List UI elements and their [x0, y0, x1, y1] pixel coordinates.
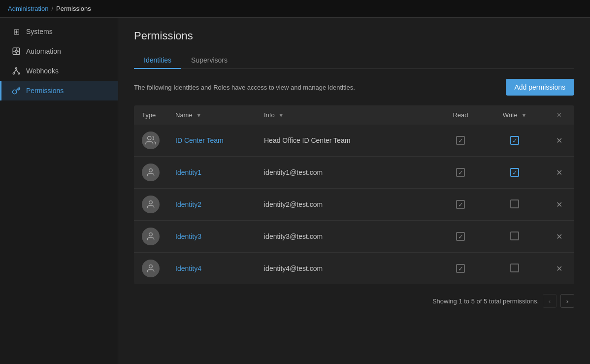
- cell-action: ✕: [544, 189, 574, 221]
- cell-info: Head Office ID Center Team: [256, 125, 436, 157]
- svg-point-10: [149, 169, 153, 172]
- sidebar-item-automation[interactable]: Automation: [0, 41, 118, 61]
- write-filter-icon[interactable]: ▼: [521, 112, 526, 118]
- cell-name: Identity4: [167, 253, 256, 285]
- sidebar-item-permissions[interactable]: Permissions: [0, 81, 118, 100]
- cell-type: [134, 189, 167, 221]
- sidebar-item-systems[interactable]: ⊞ Systems: [0, 22, 118, 41]
- cell-name: ID Center Team: [167, 125, 256, 157]
- read-checkbox[interactable]: ✓: [456, 168, 465, 177]
- write-checkbox[interactable]: [510, 232, 519, 240]
- write-checkbox[interactable]: [510, 199, 519, 208]
- svg-point-7: [13, 73, 14, 74]
- sidebar-item-webhooks[interactable]: Webhooks: [0, 61, 118, 81]
- col-header-action: ✕: [544, 105, 574, 125]
- permissions-icon: [11, 86, 21, 96]
- add-permissions-button[interactable]: Add permissions: [506, 79, 575, 96]
- col-header-name[interactable]: Name ▼: [167, 105, 256, 125]
- table-row: Identity4 identity4@test.com ✓ ✕: [134, 253, 574, 285]
- svg-point-11: [149, 201, 153, 204]
- col-header-write[interactable]: Write ▼: [485, 105, 544, 125]
- name-link[interactable]: Identity2: [175, 200, 201, 208]
- breadcrumb: Administration / Permissions: [0, 0, 590, 18]
- cell-name: Identity1: [167, 157, 256, 189]
- table-row: ID Center Team Head Office ID Center Tea…: [134, 125, 574, 157]
- automation-icon: [11, 46, 21, 56]
- name-link[interactable]: Identity3: [175, 232, 201, 240]
- cell-type: [134, 221, 167, 253]
- svg-point-12: [149, 233, 153, 236]
- avatar: [142, 196, 160, 213]
- main-content: Permissions Identities Supervisors The f…: [118, 18, 590, 364]
- sidebar-item-label: Permissions: [26, 87, 64, 95]
- cell-action: ✕: [544, 221, 574, 253]
- pagination: Showing 1 to 5 of 5 total permissions. ‹…: [134, 294, 574, 308]
- permissions-table: Type Name ▼ Info ▼ Read: [134, 105, 574, 284]
- cell-write: ✓: [485, 125, 544, 157]
- cell-type: [134, 157, 167, 189]
- next-page-button[interactable]: ›: [560, 294, 574, 308]
- svg-point-9: [148, 136, 151, 140]
- systems-icon: ⊞: [11, 27, 21, 36]
- description-text: The following Identities and Roles have …: [134, 84, 355, 91]
- prev-page-button[interactable]: ‹: [543, 294, 557, 308]
- read-checkbox[interactable]: ✓: [456, 232, 465, 241]
- read-checkbox[interactable]: ✓: [456, 264, 465, 273]
- cell-type: [134, 253, 167, 285]
- delete-button[interactable]: ✕: [552, 134, 566, 147]
- sidebar-item-label: Webhooks: [26, 67, 59, 75]
- read-checkbox[interactable]: ✓: [456, 200, 465, 209]
- write-checkbox[interactable]: ✓: [510, 168, 519, 177]
- table-row: Identity2 identity2@test.com ✓ ✕: [134, 189, 574, 221]
- avatar: [142, 132, 160, 149]
- write-checkbox[interactable]: ✓: [510, 136, 519, 145]
- cell-action: ✕: [544, 157, 574, 189]
- delete-button[interactable]: ✕: [552, 262, 566, 275]
- col-header-info[interactable]: Info ▼: [256, 105, 436, 125]
- name-link[interactable]: ID Center Team: [175, 136, 224, 144]
- breadcrumb-parent[interactable]: Administration: [8, 5, 48, 12]
- avatar: [142, 164, 160, 181]
- table-header-row: Type Name ▼ Info ▼ Read: [134, 105, 574, 125]
- permissions-table-wrapper: Type Name ▼ Info ▼ Read: [134, 105, 574, 284]
- cell-read: ✓: [436, 253, 485, 285]
- delete-button[interactable]: ✕: [552, 230, 566, 243]
- svg-point-13: [149, 265, 153, 268]
- delete-button[interactable]: ✕: [552, 198, 566, 211]
- table-row: Identity3 identity3@test.com ✓ ✕: [134, 221, 574, 253]
- webhooks-icon: [11, 66, 21, 76]
- cell-name: Identity2: [167, 189, 256, 221]
- name-filter-icon[interactable]: ▼: [196, 112, 201, 118]
- info-filter-icon[interactable]: ▼: [278, 112, 284, 118]
- cell-read: ✓: [436, 125, 485, 157]
- sidebar-item-label: Automation: [26, 47, 61, 55]
- cell-type: [134, 125, 167, 157]
- avatar: [142, 260, 160, 277]
- cell-write: [485, 253, 544, 285]
- sidebar: ⊞ Systems Automation Webhooks: [0, 18, 118, 364]
- cell-write: [485, 221, 544, 253]
- read-checkbox[interactable]: ✓: [456, 136, 465, 145]
- svg-point-6: [16, 67, 17, 69]
- tab-supervisors[interactable]: Supervisors: [181, 52, 237, 69]
- cell-read: ✓: [436, 157, 485, 189]
- col-header-type: Type: [134, 105, 167, 125]
- col-header-read: Read: [436, 105, 485, 125]
- table-row: Identity1 identity1@test.com ✓ ✓ ✕: [134, 157, 574, 189]
- tabs-container: Identities Supervisors: [134, 52, 574, 69]
- name-link[interactable]: Identity4: [175, 265, 201, 272]
- breadcrumb-current: Permissions: [56, 5, 91, 12]
- name-link[interactable]: Identity1: [175, 168, 201, 176]
- svg-point-1: [15, 50, 18, 53]
- cell-read: ✓: [436, 221, 485, 253]
- cell-write: [485, 189, 544, 221]
- write-checkbox[interactable]: [510, 264, 519, 272]
- svg-point-8: [18, 73, 20, 74]
- tab-identities[interactable]: Identities: [134, 52, 181, 69]
- cell-info: identity2@test.com: [256, 189, 436, 221]
- delete-button[interactable]: ✕: [552, 166, 566, 179]
- breadcrumb-separator: /: [51, 5, 53, 12]
- pagination-text: Showing 1 to 5 of 5 total permissions.: [432, 298, 539, 305]
- action-header-icon: ✕: [557, 111, 562, 119]
- cell-name: Identity3: [167, 221, 256, 253]
